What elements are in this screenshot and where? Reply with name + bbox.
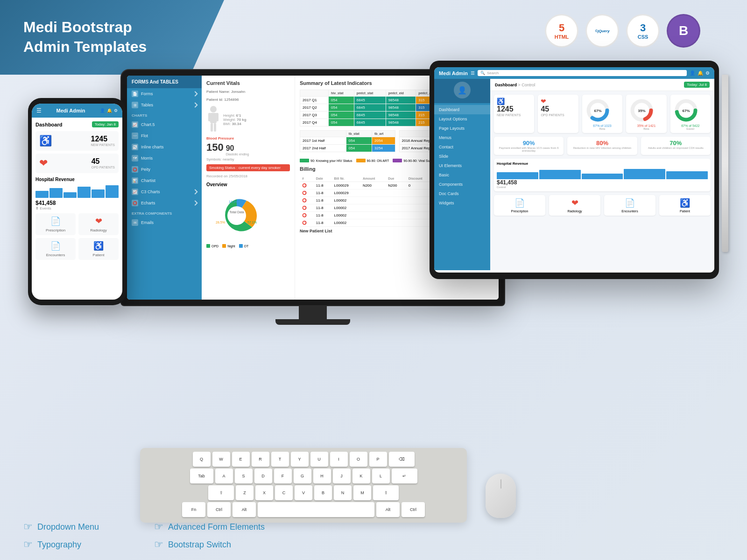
bell-icon: 🔔 [698, 70, 703, 76]
phone-bell-icon: 🔔 [107, 108, 112, 113]
key-backspace: ⌫ [389, 452, 415, 467]
smoking-status: Smoking Status : current every day smoke… [206, 164, 290, 171]
key-v: V [295, 485, 312, 500]
bar-4 [624, 169, 665, 180]
body-figure-icon [206, 105, 220, 133]
key-g: G [294, 469, 311, 483]
keyboard-row-2: Tab A S D F G H J K L ↵ [144, 469, 463, 483]
radiology-icon: ❤ [571, 198, 578, 208]
sidebar-item-morris[interactable]: 🗺 Morris [127, 153, 202, 164]
key-t: T [271, 452, 289, 467]
progress-card-3: 70% Adults and children on improved CD4 … [641, 137, 711, 155]
charts-section-label: CHARTS [127, 111, 202, 119]
patient-name: Patient Name: Jonsahn [206, 90, 290, 94]
tablet-sidebar-contact[interactable]: Contact [434, 142, 490, 152]
key-k: K [352, 469, 370, 483]
phone-encounters-icon: 📄 [50, 241, 61, 251]
link-advanced-form[interactable]: ☞ Advanced Form Elements [154, 521, 294, 533]
jquery-badge: ©jQuery [585, 14, 619, 48]
echarts-icon: ⭕ [132, 200, 138, 206]
sidebar-item-emails[interactable]: ✉ Emails [127, 217, 202, 228]
monitor-stand [299, 305, 327, 319]
tablet-search[interactable]: 🔍 Search [478, 70, 687, 76]
svg-point-0 [210, 106, 217, 112]
stat-card-donut1: 67% 67% of 1023 Beta [582, 95, 622, 133]
sidebar-item-flot[interactable]: 〰 Flot [127, 130, 202, 141]
mouse [486, 474, 516, 518]
tablet-sidebar-components[interactable]: Components [434, 180, 490, 189]
key-l: L [372, 469, 390, 483]
sidebar-item-inline[interactable]: 📉 Inline charts [127, 141, 202, 153]
key-e: E [232, 452, 250, 467]
legend-night: Night [222, 244, 235, 248]
link-typography[interactable]: ☞ Typography [23, 539, 135, 551]
tablet-sidebar-ui[interactable]: UI Elements [434, 161, 490, 170]
tablet-stats-row: ♿ 1245 NEW PATIENTS ❤ 45 OPD PATIENTS [490, 91, 714, 137]
phone-stat-opd: ❤ 45 OPD PATIENTS [35, 154, 119, 173]
sidebar-item-echarts[interactable]: ⭕ Echarts [127, 197, 202, 209]
svg-text:67%: 67% [594, 109, 601, 113]
key-fn: Fn [182, 502, 205, 517]
sidebar-item-chartist[interactable]: 📊 Chartist [127, 175, 202, 186]
phone-bar-2 [49, 188, 63, 198]
tablet-sidebar-dashboard[interactable]: Dashboard [434, 105, 490, 114]
device-showcase: FORMS And TABLES 📄 Forms ⊞ Tables CHARTS [28, 61, 719, 476]
tablet-sidebar-doccards[interactable]: Doc Cards [434, 189, 490, 198]
stat-card-patients: ♿ 1245 NEW PATIENTS [494, 95, 534, 133]
monitor-base [275, 319, 350, 325]
phone-radiology: ❤ Radiology [78, 213, 119, 235]
link-bootstrap-switch[interactable]: ☞ Bootstrap Switch [154, 539, 294, 551]
bottom-links: ☞ Dropdown Menu ☞ Advanced Form Elements… [23, 521, 294, 551]
stat-card-donut3: 67% 67% of 5422 Easter [670, 95, 711, 133]
sidebar-item-chart5[interactable]: 📈 Chart.5 [127, 119, 202, 130]
patient-icon-bottom: ♿ [680, 198, 690, 208]
keyboard-row-3: ⇧ Z X C V B N M ⇧ [144, 485, 463, 500]
svg-text:67%: 67% [682, 109, 690, 113]
key-ctrl: Ctrl [207, 502, 231, 517]
emails-icon: ✉ [132, 219, 138, 226]
night-legend-icon [222, 244, 226, 248]
tablet-pencil [722, 75, 728, 252]
vitals-panel: Current Vitals Patient Name: Jonsahn Pat… [202, 76, 295, 300]
svg-text:57.1%: 57.1% [247, 221, 257, 224]
key-z: Z [236, 485, 254, 500]
tablet-sidebar-basic[interactable]: Basic [434, 170, 490, 180]
svg-rect-2 [208, 113, 211, 121]
svg-rect-5 [214, 123, 216, 132]
key-alt-r: Alt [376, 502, 400, 517]
table-row: 2017 2nd Half 054 3254 [300, 145, 395, 152]
tables-arrow-icon [192, 102, 197, 107]
sidebar-item-peity[interactable]: ⭕ Peity [127, 164, 202, 175]
tablet-sidebar-layout[interactable]: Layout Options [434, 114, 490, 124]
sidebar-item-c3[interactable]: 📈 C3 Charts [127, 186, 202, 197]
tablet-body: Medi Admin ☰ 🔍 Search 👤 🔔 ⚙ [430, 61, 719, 279]
phone-patient-icon: ♿ [39, 135, 52, 147]
c3-arrow-icon [192, 189, 197, 194]
tablet-sidebar-pagelayouts[interactable]: Page Layouts [434, 124, 490, 133]
phone-prescription: 📄 Prescription [35, 213, 76, 235]
extra-section-label: EXTRA COMPONENTS [127, 209, 202, 217]
key-i: I [330, 452, 348, 467]
keyboard-row-1: Q W E R T Y U I O P ⌫ [144, 452, 463, 467]
key-p: P [369, 452, 387, 467]
phone-revenue-section: Hospital Revenue $41,458 ⬆ Events [35, 177, 119, 210]
bar-5 [666, 171, 708, 180]
tablet-sidebar-menus[interactable]: Menus [434, 133, 490, 142]
link-dropdown-menu[interactable]: ☞ Dropdown Menu [23, 521, 135, 533]
phone-bar-1 [35, 191, 49, 198]
tablet-sidebar-slide[interactable]: Slide [434, 152, 490, 161]
progress-donut-2: 35% [629, 98, 655, 123]
key-enter: ↵ [392, 469, 417, 483]
viral-legend-icon [393, 159, 402, 162]
tablet-device: Medi Admin ☰ 🔍 Search 👤 🔔 ⚙ [430, 61, 719, 279]
vitals-title: Current Vitals [206, 80, 290, 86]
sidebar-item-tables[interactable]: ⊞ Tables [127, 99, 202, 111]
tablet-sidebar-widgets[interactable]: Widgets [434, 198, 490, 208]
sidebar-item-forms[interactable]: 📄 Forms [127, 88, 202, 99]
tablet-main-content: Dashboard > Control Today: Jul 8 ♿ 1245 … [490, 79, 714, 270]
bp-diastolic: 90 [226, 144, 249, 153]
key-f: F [274, 469, 292, 483]
key-s: S [235, 469, 253, 483]
prescription-icon: 📄 [514, 198, 525, 208]
key-r: R [252, 452, 269, 467]
